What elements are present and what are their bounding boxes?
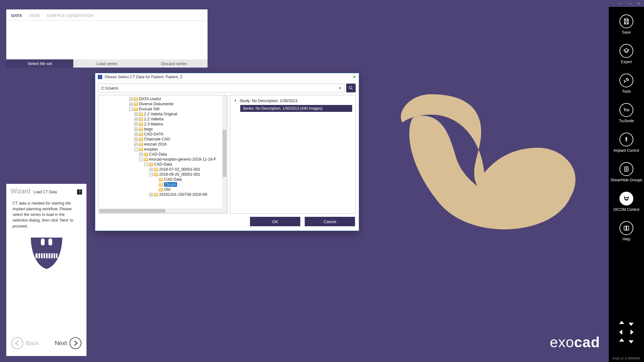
- collapse-icon[interactable]: -: [129, 107, 133, 111]
- folder-icon: [139, 112, 143, 116]
- expand-icon[interactable]: +: [129, 97, 133, 101]
- expand-icon[interactable]: +: [134, 112, 138, 116]
- folder-tree[interactable]: +DATA Useful+Diverse Dokumente-Exocad SW…: [98, 95, 227, 214]
- expand-icon[interactable]: +: [134, 138, 138, 141]
- expand-icon[interactable]: +: [139, 153, 143, 156]
- implant-control-button[interactable]: Implant Control: [613, 133, 639, 153]
- folder-icon: [139, 123, 143, 126]
- tree-item[interactable]: +2018-07-02_00001-001: [102, 167, 226, 172]
- tree-item[interactable]: +DATA Useful: [102, 96, 226, 101]
- collapse-icon[interactable]: -: [149, 173, 153, 176]
- search-button[interactable]: [346, 84, 356, 92]
- tree-item-label: Old: [164, 187, 170, 192]
- tree-item[interactable]: +20181101-150738-2018-09-: [102, 192, 226, 197]
- series-item[interactable]: Series: No Description, 1/30/2013 (440 I…: [240, 105, 352, 112]
- help-button[interactable]: Help: [619, 221, 633, 241]
- tree-vscrollbar[interactable]: [222, 95, 227, 213]
- tree-item-label: exoplan: [144, 147, 158, 151]
- dialog-close-button[interactable]: ✕: [353, 74, 356, 80]
- arrow-up-icon[interactable]: [617, 337, 626, 345]
- ok-button[interactable]: OK: [250, 217, 300, 226]
- wizard-description: CT data is needed for starting the impla…: [13, 200, 80, 229]
- tree-item[interactable]: CAD Data: [102, 177, 226, 182]
- folder-icon: [159, 188, 163, 191]
- tree-item[interactable]: +bego: [102, 127, 226, 132]
- expand-icon[interactable]: +: [134, 143, 138, 146]
- collapse-icon[interactable]: -: [134, 148, 138, 151]
- folder-icon: [134, 97, 138, 101]
- groups-icon: [623, 166, 630, 173]
- folder-icon: [134, 102, 138, 106]
- expand-icon[interactable]: +: [134, 128, 138, 131]
- tools-button[interactable]: Tools: [619, 74, 633, 94]
- load-series-button[interactable]: Load series: [73, 59, 140, 68]
- expand-icon[interactable]: +: [129, 102, 133, 106]
- dicom-icon: [623, 195, 630, 202]
- tree-item-label: CAD-Data: [154, 162, 172, 167]
- tree-item[interactable]: +2.2 Valetta Original: [102, 112, 226, 117]
- view-arrows: [617, 319, 636, 345]
- cancel-button[interactable]: Cancel: [305, 217, 355, 226]
- tree-item[interactable]: -Exocad SW: [102, 107, 226, 112]
- tree-item[interactable]: Dicom: [102, 182, 226, 187]
- tree-item[interactable]: -CAD-Data: [102, 162, 226, 167]
- expand-icon[interactable]: +: [134, 123, 138, 126]
- show-hide-groups-button[interactable]: Show/Hide Groups: [611, 162, 642, 182]
- expand-icon[interactable]: +: [134, 133, 138, 136]
- tree-item-label: CAD Data: [164, 177, 182, 182]
- tree-item-label: Dicom: [164, 182, 177, 187]
- tree-item[interactable]: +2.3 Matera: [102, 122, 226, 127]
- tree-item-label: CAD-Data: [149, 152, 167, 156]
- arrow-down-icon[interactable]: [627, 337, 636, 345]
- tree-item[interactable]: Old: [102, 187, 226, 192]
- tree-item-label: 2018-09-20_00001-001: [159, 172, 200, 177]
- tree-item-label: 2.2 Valetta Original: [144, 112, 177, 116]
- expand-icon[interactable]: +: [149, 193, 153, 196]
- expand-icon[interactable]: +: [134, 118, 138, 121]
- window-close-icon[interactable]: ✕: [637, 1, 640, 6]
- tree-item[interactable]: +2.2 Valletta: [102, 117, 226, 122]
- tree-item[interactable]: +CAD-DATA: [102, 132, 226, 137]
- tree-item[interactable]: +CAD-Data: [102, 152, 226, 157]
- wizard-help-button[interactable]: ?: [77, 189, 82, 195]
- tab-data[interactable]: DATA: [11, 13, 22, 20]
- dicom-control-button[interactable]: DICOM Control: [613, 192, 639, 212]
- discard-series-button[interactable]: Discard series: [141, 59, 208, 68]
- tab-surface-generation[interactable]: SURFACE GENERATION: [46, 13, 93, 20]
- folder-icon: [139, 148, 143, 151]
- tree-item[interactable]: -exocad-exoplan-generic-2018-11-16-F: [102, 157, 226, 162]
- tree-item[interactable]: +exocad 2016: [102, 142, 226, 147]
- arrow-down-right-icon[interactable]: [627, 319, 636, 327]
- select-file-set-button[interactable]: Select file set: [6, 59, 73, 68]
- collapse-icon[interactable]: -: [144, 163, 148, 166]
- expert-button[interactable]: Expert: [619, 44, 633, 64]
- study-item[interactable]: Study: No Description, 1/30/2013: [233, 98, 352, 104]
- trusmile-button[interactable]: TruTruSmile: [619, 103, 634, 123]
- expand-icon[interactable]: +: [149, 168, 153, 171]
- path-input[interactable]: C:\Users\▼: [98, 84, 344, 92]
- collapse-icon[interactable]: -: [139, 158, 143, 161]
- save-button[interactable]: Save: [619, 14, 633, 35]
- trusmile-icon: Tru: [624, 108, 630, 112]
- tree-item[interactable]: -2018-09-20_00001-001: [102, 172, 226, 177]
- arrow-up-left-icon[interactable]: [617, 319, 626, 327]
- wizard-back-button[interactable]: Back: [11, 337, 39, 349]
- tree-item[interactable]: -exoplan: [102, 147, 226, 152]
- tab-view[interactable]: VIEW: [29, 13, 39, 20]
- tree-item-label: 20181101-150738-2018-09-: [159, 192, 208, 197]
- tree-item[interactable]: +Chairside CAD: [102, 137, 226, 142]
- window-maximize-icon[interactable]: ▭: [628, 1, 631, 6]
- arrow-left-icon[interactable]: [617, 328, 626, 336]
- chevron-down-icon[interactable]: ▼: [338, 86, 341, 90]
- folder-icon: [139, 118, 143, 121]
- tree-hscrollbar[interactable]: [99, 208, 222, 213]
- folder-icon: [149, 163, 153, 166]
- svg-rect-2: [48, 239, 52, 245]
- tree-item-label: exocad 2016: [144, 142, 167, 146]
- window-minimize-icon[interactable]: —: [619, 1, 622, 6]
- wizard-next-button[interactable]: Next: [55, 337, 81, 349]
- 3d-viewport[interactable]: [384, 85, 585, 242]
- folder-icon: [159, 178, 163, 181]
- arrow-right-icon[interactable]: [627, 328, 636, 336]
- tree-item[interactable]: +Diverse Dokumente: [102, 101, 226, 107]
